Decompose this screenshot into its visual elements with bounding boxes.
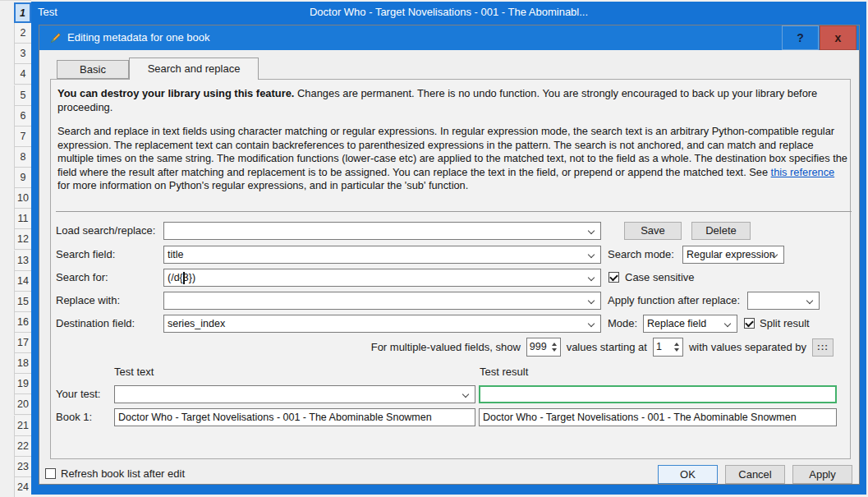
row-header-cell[interactable]: 3	[14, 44, 31, 64]
your-test-label: Your test:	[56, 385, 100, 403]
search-field-label: Search field:	[56, 246, 115, 264]
refresh-book-list-checkbox[interactable]	[45, 468, 56, 479]
case-sensitive-label: Case sensitive	[625, 269, 695, 287]
row-header-cell[interactable]: 21	[14, 416, 31, 436]
mode-label: Mode:	[608, 315, 637, 333]
book1-text-value: Doctor Who - Target Novelisations - 001 …	[115, 409, 475, 426]
your-test-combo[interactable]	[114, 385, 475, 403]
row-header-cell[interactable]: 15	[14, 292, 31, 312]
this-reference-link[interactable]: this reference	[771, 166, 835, 178]
row-header-cell[interactable]: 12	[14, 229, 31, 250]
dialog-titlebar[interactable]: Editing metadata for one book ? x	[39, 25, 859, 50]
mode-value: Replace field	[644, 315, 737, 332]
search-mode-combo[interactable]: Regular expression	[682, 246, 784, 264]
multi-text-1: For multiple-valued fields, show	[371, 341, 521, 353]
screen: 123456789101112131415161718192021222324 …	[0, 0, 868, 497]
row-header-cell[interactable]: 14	[14, 271, 31, 292]
ok-button[interactable]: OK	[658, 465, 718, 484]
close-button[interactable]: x	[820, 25, 857, 50]
description-text: Search and replace in text fields using …	[57, 125, 849, 193]
row-header-cell[interactable]: 16	[14, 312, 31, 333]
destination-field-value: series_index	[164, 315, 600, 332]
show-values-spinner[interactable]: 999	[526, 338, 561, 357]
row-header-cell[interactable]: 9	[14, 168, 31, 188]
book1-label: Book 1:	[56, 408, 92, 426]
row-header-cell[interactable]: 11	[14, 209, 31, 229]
main-window-titlebar[interactable]: Test Doctor Who - Target Novelisations -…	[31, 2, 866, 23]
refresh-book-list-label: Refresh book list after edit	[61, 466, 185, 482]
search-for-label: Search for:	[56, 269, 108, 287]
replace-with-label: Replace with:	[56, 292, 120, 310]
help-button[interactable]: ?	[782, 25, 819, 50]
book1-text-field[interactable]: Doctor Who - Target Novelisations - 001 …	[114, 408, 475, 426]
tab-basic-metadata[interactable]: Basic metadata	[57, 60, 129, 79]
book1-result-value: Doctor Who - Target Novelisations - 001 …	[480, 409, 836, 426]
book1-result-field[interactable]: Doctor Who - Target Novelisations - 001 …	[479, 408, 837, 426]
separator-line	[56, 211, 852, 212]
destination-field-combo[interactable]: series_index	[163, 315, 601, 333]
book-title-text: Doctor Who - Target Novelisations - 001 …	[31, 2, 866, 23]
row-header-cell[interactable]: 7	[14, 127, 31, 147]
search-field-value: title	[164, 246, 600, 263]
start-at-spinner[interactable]: 1	[653, 338, 683, 357]
row-header-cell[interactable]: 8	[14, 147, 31, 168]
edit-pencil-icon	[49, 31, 62, 44]
chevron-down-icon	[462, 391, 469, 398]
cancel-button[interactable]: Cancel	[725, 465, 785, 484]
multi-valued-row: For multiple-valued fields, show 999 val…	[371, 338, 834, 357]
apply-button[interactable]: Apply	[792, 465, 852, 484]
edit-metadata-dialog: Editing metadata for one book ? x Basic …	[39, 25, 860, 485]
apply-function-combo[interactable]	[747, 292, 820, 310]
case-sensitive-checkbox[interactable]	[609, 272, 619, 283]
search-replace-panel: You can destroy your library using this …	[50, 79, 851, 459]
row-header-cell[interactable]: 5	[14, 85, 31, 106]
values-separator-button[interactable]: :::	[812, 338, 834, 357]
row-header-cell[interactable]: 10	[14, 188, 31, 209]
row-header-cell[interactable]: 24	[14, 477, 31, 497]
row-header-cell[interactable]: 17	[14, 333, 31, 353]
chevron-down-icon	[806, 297, 813, 304]
row-header-cell[interactable]: 6	[14, 106, 31, 127]
row-header-column: 123456789101112131415161718192021222324	[0, 0, 31, 497]
load-search-replace-label: Load search/replace:	[56, 222, 155, 240]
search-for-value: (/d{3})	[164, 269, 600, 286]
spinner-arrows-icon[interactable]	[549, 338, 560, 356]
search-field-combo[interactable]: title	[163, 246, 601, 264]
apply-function-label: Apply function after replace:	[608, 292, 740, 310]
chevron-down-icon	[588, 228, 595, 234]
multi-text-3: with values separated by	[689, 341, 806, 353]
row-header-cell[interactable]: 1	[14, 2, 31, 23]
multi-text-2: values starting at	[567, 341, 647, 353]
test-result-label: Test result	[480, 365, 528, 380]
row-header-cell[interactable]: 19	[14, 374, 31, 394]
your-test-result-field[interactable]	[479, 385, 837, 403]
show-values-value: 999	[527, 338, 549, 356]
search-mode-label: Search mode:	[608, 246, 674, 264]
warning-bold: You can destroy your library using this …	[57, 87, 294, 99]
row-header-cell[interactable]: 20	[14, 394, 31, 415]
row-header-cell[interactable]: 4	[14, 64, 31, 85]
description-pre: Search and replace in text fields using …	[57, 125, 847, 178]
destination-field-label: Destination field:	[56, 315, 135, 333]
warning-text: You can destroy your library using this …	[57, 86, 844, 114]
row-header-cell[interactable]: 22	[14, 436, 31, 457]
split-result-label: Split result	[760, 315, 810, 333]
start-at-value: 1	[654, 338, 672, 356]
split-result-checkbox[interactable]	[744, 318, 755, 329]
row-header-cell[interactable]: 23	[14, 457, 31, 477]
spinner-arrows-icon[interactable]	[672, 338, 682, 356]
search-for-combo[interactable]: (/d{3})	[163, 269, 601, 287]
load-search-replace-combo[interactable]	[163, 222, 601, 240]
row-header-cell[interactable]: 18	[14, 353, 31, 374]
test-text-label: Test text	[114, 365, 154, 380]
delete-button[interactable]: Delete	[691, 222, 751, 240]
mode-combo[interactable]: Replace field	[643, 315, 737, 333]
replace-with-combo[interactable]	[163, 292, 601, 310]
search-mode-value: Regular expression	[683, 246, 783, 263]
tab-search-and-replace[interactable]: Search and replace	[129, 58, 259, 80]
row-header-cell[interactable]: 13	[14, 251, 31, 271]
dialog-title: Editing metadata for one book	[67, 25, 209, 50]
row-header-cell[interactable]: 2	[14, 23, 31, 44]
save-button[interactable]: Save	[624, 222, 682, 240]
chevron-down-icon	[588, 297, 595, 304]
